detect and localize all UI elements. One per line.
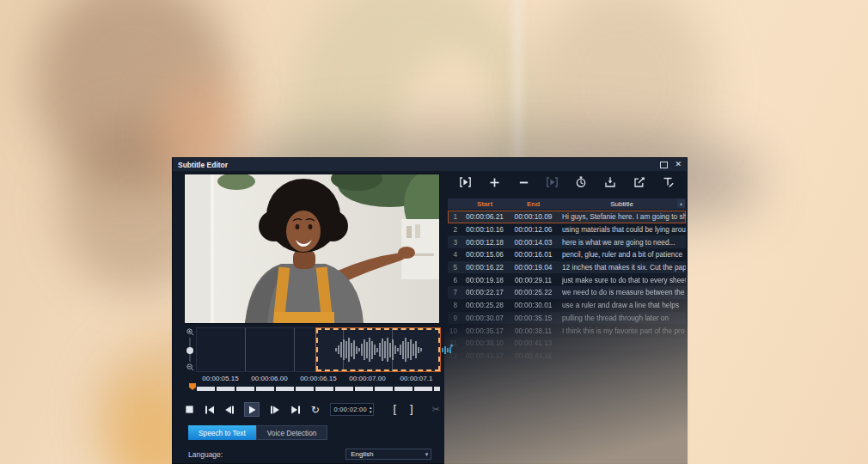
subtitle-editor-dialog: Subtitle Editor ✕: [172, 157, 688, 464]
waveform-bar: [382, 339, 383, 361]
row-end-time[interactable]: 00:00:29.11: [509, 276, 558, 284]
waveform-timeline[interactable]: [196, 327, 439, 372]
subtitle-row[interactable]: 6 00:00:19.18 00:00:29.11 just make sure…: [448, 273, 686, 286]
row-end-time[interactable]: 00:00:12.06: [509, 225, 558, 234]
playhead-marker[interactable]: [189, 383, 196, 390]
row-subtitle-text[interactable]: using materials that could be lying arou…: [558, 225, 686, 234]
row-start-time[interactable]: 00:00:15.06: [461, 250, 509, 259]
row-end-time[interactable]: 00:00:35.15: [509, 314, 558, 322]
row-start-time[interactable]: 00:00:16.22: [461, 263, 509, 272]
row-end-time[interactable]: 00:00:16.01: [509, 250, 558, 259]
row-end-time[interactable]: 00:00:44.11: [509, 351, 558, 360]
row-end-time[interactable]: 00:00:25.22: [509, 288, 558, 296]
add-subtitle-icon[interactable]: [487, 175, 501, 189]
row-subtitle-text[interactable]: here is what we are going to need...: [558, 238, 686, 247]
waveform-zoom-slider[interactable]: [189, 338, 191, 362]
go-to-end-button[interactable]: [290, 403, 301, 416]
row-end-time[interactable]: 00:00:10.09: [509, 212, 558, 221]
selected-audio-segment[interactable]: [316, 328, 440, 371]
loop-playback-icon[interactable]: ↻: [309, 403, 321, 416]
start-column-header[interactable]: Start: [461, 200, 509, 208]
remove-subtitle-icon[interactable]: [517, 175, 530, 189]
row-number: 8: [448, 301, 461, 309]
duration-field[interactable]: 0:00:02:00 ▴▾: [330, 403, 375, 416]
zoom-out-icon[interactable]: [186, 363, 194, 371]
maximize-icon[interactable]: [660, 162, 668, 168]
tab-voice-detection[interactable]: Voice Detection: [256, 425, 328, 440]
row-subtitle-text[interactable]: just make sure to do that to every sheet: [558, 276, 686, 284]
row-subtitle-text[interactable]: we need to do is measure between the: [558, 288, 686, 296]
row-subtitle-text[interactable]: I think this is my favorite part of the …: [558, 327, 686, 335]
subtitle-row[interactable]: 1 00:00:06.21 00:00:10.09 Hi guys, Stefa…: [448, 211, 686, 223]
row-end-time[interactable]: 00:00:14.03: [509, 238, 558, 247]
row-start-time[interactable]: 00:00:41.17: [461, 351, 509, 360]
row-start-time[interactable]: 00:00:22.17: [461, 288, 509, 296]
row-start-time[interactable]: 00:00:12.18: [461, 238, 509, 247]
time-shift-icon[interactable]: [574, 175, 588, 189]
subtitle-row[interactable]: 11 00:00:38.10 00:00:41.13: [448, 337, 686, 350]
zoom-in-icon[interactable]: [186, 328, 194, 336]
seek-bar[interactable]: [197, 387, 440, 391]
row-subtitle-text[interactable]: 12 inches that makes it six. Cut the pap…: [558, 263, 686, 272]
row-start-time[interactable]: 00:00:25.28: [461, 301, 509, 309]
subtitle-row[interactable]: 3 00:00:12.18 00:00:14.03 here is what w…: [448, 235, 686, 248]
import-subtitle-icon[interactable]: [603, 175, 617, 189]
merge-subtitle-icon[interactable]: [546, 175, 559, 189]
subtitle-row[interactable]: 5 00:00:16.22 00:00:19.04 12 inches that…: [448, 261, 686, 274]
row-start-time[interactable]: 00:00:30.07: [461, 314, 509, 322]
waveform-bar: [364, 339, 365, 360]
mark-in-button[interactable]: [: [393, 402, 396, 415]
row-number: 1: [448, 212, 461, 221]
subtitle-row[interactable]: 2 00:00:10.16 00:00:12.06 using material…: [448, 223, 686, 236]
previous-frame-button[interactable]: [224, 403, 235, 416]
go-to-start-button[interactable]: [204, 403, 215, 416]
export-subtitle-icon[interactable]: [633, 175, 646, 189]
subtitle-column-header[interactable]: Subtitle: [558, 200, 686, 208]
waveform-bar: [397, 348, 399, 351]
row-start-time[interactable]: 00:00:06.21: [461, 212, 509, 221]
row-subtitle-text[interactable]: Hi guys, Stefanie here. I am going to sh…: [558, 212, 686, 221]
subtitle-row[interactable]: 9 00:00:30.07 00:00:35.15 pulling the th…: [448, 312, 686, 325]
dialog-titlebar[interactable]: Subtitle Editor ✕: [173, 158, 687, 171]
split-scissors-icon[interactable]: ✂: [432, 404, 440, 415]
row-end-time[interactable]: 00:00:38.11: [509, 327, 558, 335]
subtitle-row[interactable]: 10 00:00:35.17 00:00:38.11 I think this …: [448, 324, 686, 337]
waveform-bar: [343, 339, 345, 360]
waveform-bar: [392, 339, 394, 360]
row-start-time[interactable]: 00:00:10.16: [461, 225, 509, 234]
tab-speech-to-text[interactable]: Speech to Text: [188, 425, 256, 440]
subtitle-style-icon[interactable]: [661, 175, 675, 189]
mark-out-button[interactable]: ]: [410, 402, 413, 415]
zoom-slider-knob[interactable]: [186, 347, 193, 354]
next-frame-button[interactable]: [270, 403, 281, 416]
duration-stepper[interactable]: ▴▾: [370, 406, 372, 413]
play-button[interactable]: [244, 402, 260, 417]
row-subtitle-text[interactable]: pencil, glue, ruler and a bit of patienc…: [558, 250, 686, 259]
language-select[interactable]: English ▾: [345, 449, 431, 460]
row-subtitle-text[interactable]: pulling the thread through later on: [558, 314, 686, 322]
video-frame-illustration: [185, 174, 439, 323]
waveform-bar: [358, 348, 360, 351]
stop-button[interactable]: [184, 403, 195, 416]
play-selected-icon[interactable]: [459, 175, 473, 189]
row-start-time[interactable]: 00:00:19.18: [461, 276, 509, 284]
subtitle-row[interactable]: 4 00:00:15.06 00:00:16.01 pencil, glue, …: [448, 248, 686, 261]
subtitle-row[interactable]: 12 00:00:41.17 00:00:44.11: [448, 350, 686, 363]
waveform-bar: [374, 345, 376, 355]
row-start-time[interactable]: 00:00:38.10: [461, 339, 509, 347]
seek-row: [189, 385, 440, 394]
row-end-time[interactable]: 00:00:41.13: [509, 339, 558, 347]
subtitle-row[interactable]: 8 00:00:25.28 00:00:30.01 use a ruler an…: [448, 299, 686, 312]
row-end-time[interactable]: 00:00:30.01: [509, 301, 558, 309]
row-start-time[interactable]: 00:00:35.17: [461, 327, 509, 335]
end-column-header[interactable]: End: [509, 200, 558, 208]
timeline-labels: 00:00:05.1500:00:06.0000:00:06.1500:00:0…: [196, 372, 440, 384]
transport-controls: ↻ 0:00:02:00 ▴▾ [ ] ✂: [184, 402, 440, 417]
row-subtitle-text[interactable]: use a ruler and draw a line that helps: [558, 301, 686, 309]
row-end-time[interactable]: 00:00:19.04: [509, 263, 558, 272]
scroll-up-icon[interactable]: ▲: [677, 199, 685, 208]
close-icon[interactable]: ✕: [675, 161, 682, 168]
waveform-bar: [418, 347, 419, 353]
mode-tabs: Speech to Text Voice Detection: [188, 425, 440, 440]
subtitle-row[interactable]: 7 00:00:22.17 00:00:25.22 we need to do …: [448, 286, 686, 299]
